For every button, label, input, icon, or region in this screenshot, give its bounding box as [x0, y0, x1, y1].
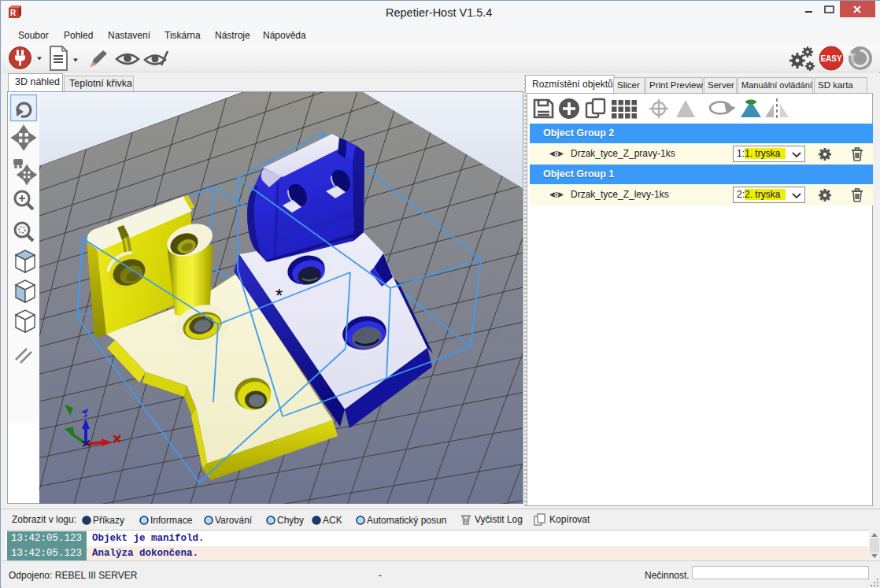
svg-text:R: R: [10, 9, 17, 17]
svg-text:EASY: EASY: [820, 54, 842, 63]
svg-text:*: *: [275, 285, 283, 306]
